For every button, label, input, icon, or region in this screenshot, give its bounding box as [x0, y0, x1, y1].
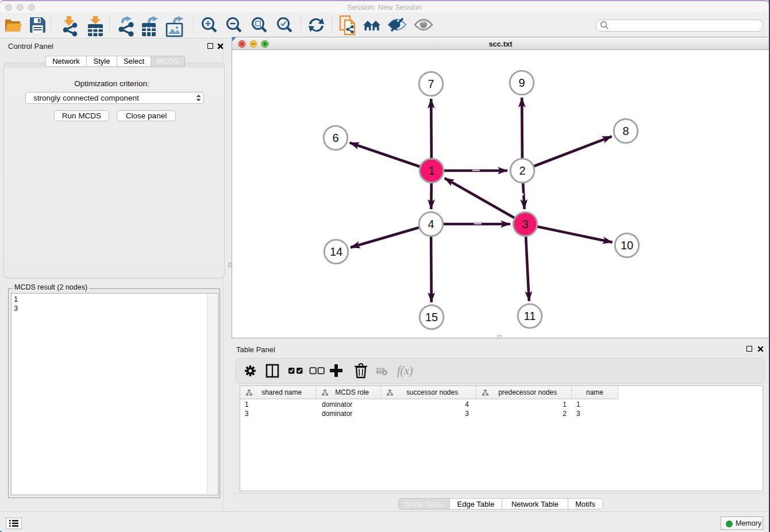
- svg-text:8: 8: [622, 125, 629, 137]
- svg-text:6: 6: [332, 132, 338, 144]
- svg-text:f(x): f(x): [397, 364, 413, 377]
- svg-text:2: 2: [519, 164, 525, 177]
- svg-text:3: 3: [522, 218, 528, 230]
- svg-text:15: 15: [425, 311, 438, 323]
- svg-text:9: 9: [518, 76, 525, 89]
- svg-text:1: 1: [428, 164, 434, 177]
- svg-text:4: 4: [428, 218, 434, 230]
- svg-text:7: 7: [428, 78, 434, 90]
- svg-text:14: 14: [330, 245, 342, 258]
- svg-text:10: 10: [621, 239, 633, 252]
- svg-text:11: 11: [524, 310, 536, 322]
